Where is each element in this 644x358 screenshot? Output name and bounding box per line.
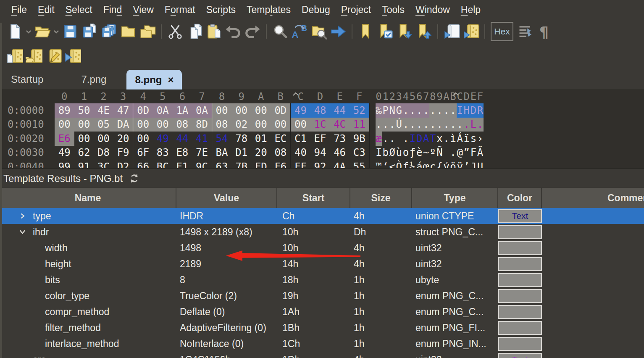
hex-ascii-char[interactable]: . [416,103,423,118]
hex-ascii-char[interactable]: U [477,160,484,168]
table-row-width[interactable]: width149810h4huint32 [0,240,644,256]
hex-byte[interactable]: 50 [74,103,94,118]
hex-byte[interactable]: 54 [212,132,232,146]
find-button[interactable] [271,22,290,41]
hex-ascii-char[interactable]: R [477,103,484,118]
hex-byte[interactable]: EF [310,132,330,146]
column-header-type[interactable]: Type [412,188,498,208]
hex-byte[interactable]: 00 [251,118,271,132]
hex-ascii-char[interactable]: F [470,146,477,160]
hex-ascii-char[interactable]: T [429,132,436,146]
hex-ascii-char[interactable]: . [402,132,409,146]
hex-ascii-char[interactable]: { [436,160,443,168]
hex-byte[interactable]: 49 [55,146,74,160]
color-swatch[interactable] [498,273,542,287]
table-row-interlace_method[interactable]: interlace_methodNoInterlace (0)1Ch1henum… [0,336,644,352]
hex-byte[interactable]: D8 [94,146,113,160]
hex-ascii-char[interactable]: Ø [389,146,396,160]
hex-ascii-char[interactable]: . [443,132,449,146]
hex-ascii-char[interactable]: . [429,118,436,132]
paste-button[interactable] [204,22,223,41]
hex-ascii-char[interactable]: J [470,160,477,168]
hex-toggle-button[interactable]: Hex [491,22,513,41]
hex-byte[interactable]: 1C [310,118,330,132]
hex-ascii-char[interactable]: A [423,132,429,146]
new-file-button[interactable] [5,22,24,41]
hex-byte[interactable]: 00 [74,132,94,146]
edit-template-button[interactable] [44,47,63,66]
hex-ascii-char[interactable]: º [429,146,436,160]
menu-edit[interactable]: Edit [32,4,60,16]
refresh-template-icon[interactable] [129,173,140,184]
table-row-bits[interactable]: bits818h1hubyte [0,272,644,288]
hex-ascii-char[interactable]: . [450,118,457,132]
run-template-button[interactable] [461,22,481,41]
hex-byte[interactable]: 6F [133,146,153,160]
hex-byte[interactable]: 20 [113,132,133,146]
hex-byte[interactable]: 08 [173,118,192,132]
hex-ascii-char[interactable]: L [470,118,477,132]
save-all-button[interactable] [99,22,118,41]
hex-byte[interactable]: 92 [310,160,330,168]
hex-byte[interactable]: 00 [153,118,173,132]
hex-byte[interactable]: 46 [330,146,350,160]
hex-ascii-char[interactable]: ý [443,160,449,168]
hex-ascii-char[interactable]: . [409,118,416,132]
hex-byte[interactable]: E6 [55,132,74,146]
hex-byte[interactable]: D1 [231,146,251,160]
hex-byte[interactable]: 83 [153,146,173,160]
hex-ascii-char[interactable]: . [463,118,470,132]
open-folders-button[interactable] [138,22,157,41]
menu-tools[interactable]: Tools [376,4,410,16]
hex-byte[interactable]: 01 [251,132,271,146]
hex-byte[interactable]: 3C [94,160,113,168]
hex-byte[interactable]: E8 [173,146,192,160]
menu-window[interactable]: Window [410,4,455,16]
menu-select[interactable]: Select [60,4,98,16]
hex-ascii-char[interactable]: › [477,132,484,146]
hex-ascii-char[interactable]: ù [396,146,402,160]
hex-byte[interactable]: C3 [350,146,369,160]
replace-button[interactable]: AB [290,22,309,41]
color-swatch[interactable]: Text [498,353,542,358]
hex-ascii-char[interactable]: Á [457,132,463,146]
column-header-size[interactable]: Size [350,188,412,208]
dropdown-chevron-button[interactable] [24,22,33,41]
hex-byte[interactable]: 78 [231,132,251,146]
hex-byte[interactable]: D2 [113,160,133,168]
hex-byte[interactable]: C1 [291,132,310,146]
hex-byte[interactable]: 20 [251,146,271,160]
hex-ascii-char[interactable]: . [402,118,409,132]
hex-ascii-char[interactable]: . [450,103,457,118]
hex-ascii-char[interactable]: ‰ [376,103,382,118]
table-row-ihdr[interactable]: ihdr1498 x 2189 (x8)10hDhstruct PNG_C... [0,224,644,240]
collapse-chevron-icon[interactable] [19,229,26,236]
hex-byte[interactable]: FF [291,160,310,168]
hex-ascii-char[interactable] [396,132,402,146]
hex-ascii-char[interactable]: Ã [477,146,484,160]
goto-address-button[interactable] [329,22,348,41]
hex-byte[interactable]: 73 [330,132,350,146]
hex-ascii-char[interactable]: D [470,103,477,118]
color-swatch[interactable] [498,305,542,319]
add-bookmark-button[interactable] [356,22,376,41]
hex-ascii-char[interactable]: . [429,103,436,118]
hex-ascii-char[interactable]: @ [457,146,463,160]
hex-byte[interactable]: 91 [74,160,94,168]
find-in-files-button[interactable] [309,22,329,41]
hex-ascii-char[interactable]: . [436,118,443,132]
hex-byte[interactable]: 8D [192,118,212,132]
hex-ascii-char[interactable]: ~ [423,146,429,160]
hex-byte[interactable]: FD [251,160,271,168]
column-header-color[interactable]: Color [498,188,542,208]
hex-ascii-char[interactable]: H [463,103,470,118]
table-row-filter_method[interactable]: filter_methodAdaptiveFiltering (0)1Bh1he… [0,320,644,336]
hex-ascii-char[interactable]: o [402,146,409,160]
open-template-button[interactable] [24,47,44,66]
hex-byte[interactable]: 55 [350,160,369,168]
hex-byte[interactable]: 44 [330,103,350,118]
tab-8-png[interactable]: 8.png× [126,70,182,90]
menu-format[interactable]: Format [159,4,201,16]
hex-byte[interactable]: 0A [192,103,212,118]
hex-byte[interactable]: E1 [173,160,192,168]
